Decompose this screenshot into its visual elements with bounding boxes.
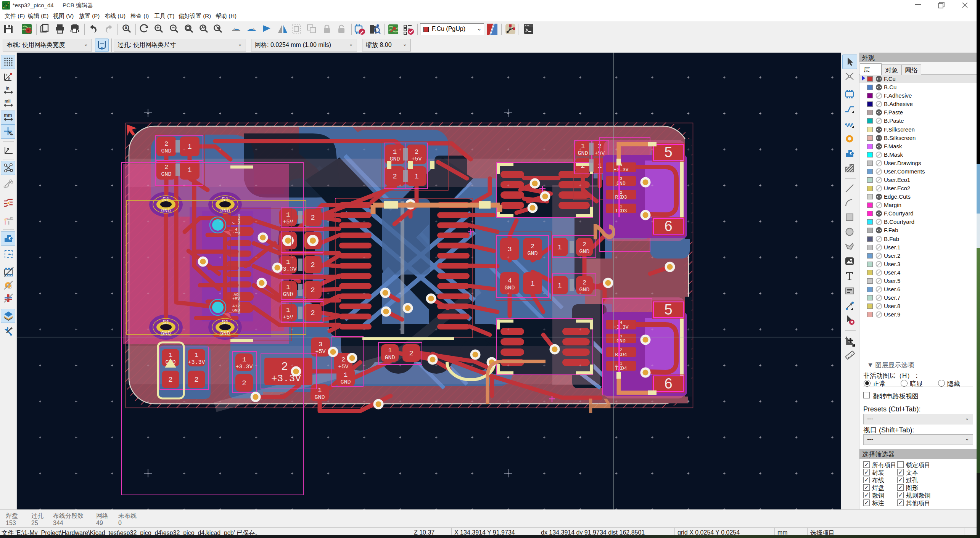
svg-text:GND: GND (616, 338, 626, 344)
svg-text:2: 2 (164, 140, 168, 148)
svg-text:1: 1 (286, 211, 290, 218)
svg-text:GND: GND (579, 287, 589, 293)
svg-text:GND: GND (232, 308, 240, 313)
svg-text:GND: GND (161, 208, 171, 214)
svg-text:GND: GND (578, 150, 588, 157)
svg-text:2: 2 (168, 376, 172, 384)
svg-text:S1: S1 (162, 319, 169, 326)
svg-text:r: r (6, 73, 7, 77)
svg-text:GND: GND (161, 148, 171, 154)
svg-text:GND: GND (161, 331, 171, 337)
svg-text:1: 1 (388, 347, 392, 354)
svg-text:1: 1 (393, 148, 397, 156)
svg-text:+3.3V: +3.3V (188, 359, 205, 366)
svg-text:2: 2 (583, 279, 586, 286)
svg-text:1: 1 (581, 143, 585, 150)
svg-text:RXD3: RXD3 (615, 194, 627, 200)
svg-text:θ: θ (8, 77, 10, 80)
svg-text:GND: GND (527, 251, 537, 257)
svg-text:TXD3: TXD3 (615, 208, 627, 214)
svg-text:+5V: +5V (411, 156, 422, 162)
svg-text:1: 1 (557, 243, 562, 252)
svg-text:RXD4: RXD4 (615, 352, 627, 358)
svg-text:4: 4 (508, 277, 512, 284)
svg-text:GND: GND (579, 249, 589, 255)
svg-text:GND: GND (340, 379, 351, 385)
svg-text:2: 2 (341, 356, 345, 363)
svg-text:1: 1 (344, 371, 348, 379)
svg-text:1: 1 (530, 279, 534, 288)
svg-text:2: 2 (164, 164, 168, 171)
svg-text:1: 1 (318, 387, 322, 394)
svg-text:6: 6 (664, 218, 672, 234)
svg-text:GND: GND (616, 181, 626, 186)
svg-text:6: 6 (664, 376, 672, 392)
svg-text:1: 1 (187, 143, 191, 151)
svg-text:S1: S1 (221, 319, 229, 326)
svg-text:1: 1 (169, 352, 172, 359)
svg-text:GND: GND (504, 285, 515, 291)
svg-text:1: 1 (286, 307, 290, 314)
svg-text:2: 2 (311, 214, 315, 222)
svg-text:GND: GND (220, 208, 230, 214)
svg-text:2: 2 (587, 223, 622, 241)
svg-text:2: 2 (311, 309, 315, 317)
svg-text:2: 2 (415, 148, 418, 156)
svg-text:5: 5 (664, 302, 672, 318)
svg-text:S1: S1 (162, 196, 169, 203)
svg-text:1: 1 (242, 356, 246, 363)
svg-text:S1: S1 (221, 196, 229, 203)
svg-text:2: 2 (311, 286, 315, 294)
svg-text:1: 1 (414, 172, 418, 181)
svg-text:1: 1 (187, 166, 191, 174)
svg-text:GND: GND (161, 171, 171, 178)
svg-text:2: 2 (194, 376, 198, 384)
svg-text:2: 2 (393, 172, 397, 181)
svg-text:2: 2 (242, 379, 246, 387)
svg-text:2: 2 (531, 243, 534, 250)
svg-text:1: 1 (286, 284, 290, 291)
svg-text:mil: mil (5, 99, 11, 103)
svg-text:1: 1 (557, 281, 562, 290)
svg-text:mm: mm (4, 112, 12, 118)
svg-text:+3.3V: +3.3V (613, 167, 628, 173)
svg-text:TXD4: TXD4 (615, 366, 627, 371)
svg-text:2: 2 (583, 241, 586, 248)
svg-text:2: 2 (311, 261, 315, 269)
svg-text:GND: GND (385, 355, 395, 361)
svg-text:2: 2 (409, 349, 413, 358)
svg-text:in: in (6, 86, 10, 90)
svg-text:2: 2 (281, 360, 288, 373)
svg-text:+3.3V: +3.3V (235, 364, 253, 370)
svg-text:1: 1 (583, 397, 617, 414)
svg-text:5: 5 (664, 144, 672, 160)
svg-text:1: 1 (195, 352, 198, 359)
svg-text:1: 1 (286, 259, 290, 266)
svg-text:A: A (124, 26, 127, 30)
svg-text:3: 3 (507, 245, 512, 254)
svg-text:GND: GND (220, 331, 230, 337)
svg-text:3: 3 (319, 341, 322, 348)
svg-text:GND: GND (314, 394, 325, 401)
